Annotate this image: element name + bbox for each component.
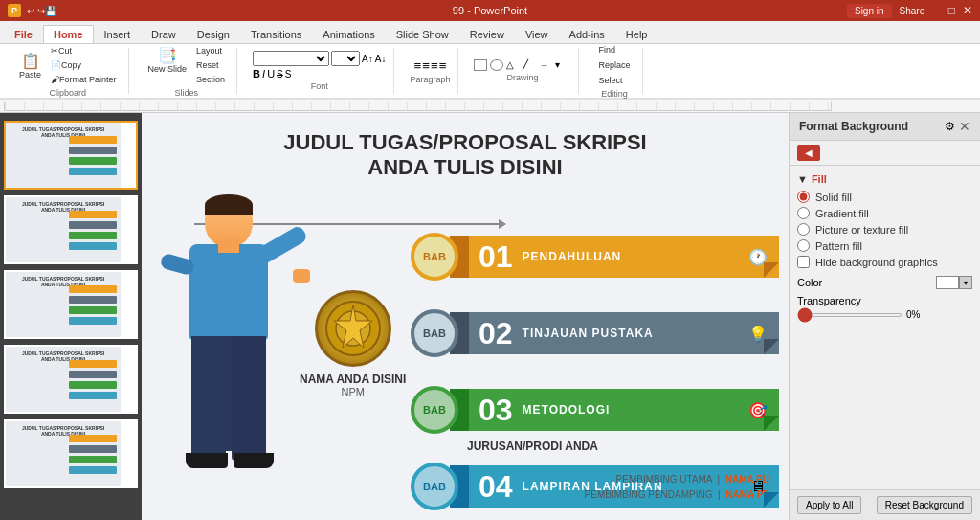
shape-more[interactable]: ▾ bbox=[555, 59, 570, 71]
paragraph-group: ≡ ≡ ≡ ≡ Paragraph bbox=[402, 48, 458, 94]
thumb-bab2 bbox=[69, 147, 117, 154]
shape-arrow[interactable]: → bbox=[539, 59, 554, 71]
underline-button[interactable]: U bbox=[267, 68, 275, 79]
tab-animations[interactable]: Animations bbox=[312, 25, 385, 43]
font-family-select[interactable] bbox=[253, 51, 329, 66]
tab-home[interactable]: Home bbox=[43, 25, 94, 43]
tab-file[interactable]: File bbox=[4, 25, 43, 43]
bold-button[interactable]: B bbox=[253, 68, 260, 79]
fp-settings-icon[interactable]: ⚙ bbox=[945, 120, 955, 133]
tab-design[interactable]: Design bbox=[187, 25, 240, 43]
reset-background-button[interactable]: Reset Background bbox=[877, 496, 972, 514]
tab-review[interactable]: Review bbox=[459, 25, 515, 43]
fill-section-header[interactable]: ▼ Fill bbox=[797, 173, 972, 185]
slide-thumb-2[interactable]: 2 JUDUL TUGAS/PROPOSAL SKRIPSIANDA TULIS… bbox=[4, 195, 138, 264]
shadow-button[interactable]: S bbox=[285, 68, 292, 79]
fill-section: ▼ Fill Solid fill Gradient fill Picture … bbox=[797, 173, 972, 320]
pembimbing-area: PEMBIMBING UTAMA | NAMA PU PEMBIMBING PE… bbox=[585, 472, 769, 503]
slide-panel: 1 JUDUL TUGAS/PROPOSAL SKRIPSIANDA TULIS… bbox=[0, 113, 142, 520]
ribbon-content: 📋Paste ✂Cut 📄Copy 🖌Format Painter Clipbo… bbox=[0, 44, 980, 100]
slide-thumb-3[interactable]: 3 JUDUL TUGAS/PROPOSAL SKRIPSIANDA TULIS… bbox=[4, 270, 138, 339]
replace-button[interactable]: Replace bbox=[594, 58, 634, 72]
bab-01-label: PENDAHULUAN bbox=[523, 250, 737, 263]
bab-item-03[interactable]: BAB 03 METODOLOGI 🎯 bbox=[434, 389, 779, 431]
align-left-button[interactable]: ≡ bbox=[413, 58, 421, 73]
fp-back-button[interactable]: ◀ bbox=[797, 145, 820, 161]
new-slide-button[interactable]: 📑New Slide bbox=[145, 44, 191, 86]
picture-texture-option[interactable]: Picture or texture fill bbox=[797, 223, 972, 236]
align-center-button[interactable]: ≡ bbox=[422, 58, 430, 73]
reset-button[interactable]: Reset bbox=[192, 58, 229, 72]
tab-draw[interactable]: Draw bbox=[141, 25, 187, 43]
tab-slideshow[interactable]: Slide Show bbox=[386, 25, 459, 43]
layout-button[interactable]: Layout bbox=[192, 44, 229, 57]
app-icon: P bbox=[8, 4, 21, 17]
slide-thumb-5[interactable]: 5 JUDUL TUGAS/PROPOSAL SKRIPSIANDA TULIS… bbox=[4, 419, 138, 488]
hide-bg-label: Hide background graphics bbox=[815, 257, 938, 268]
minimize-btn[interactable]: ─ bbox=[932, 4, 941, 17]
solid-fill-option[interactable]: Solid fill bbox=[797, 191, 972, 203]
thumb-bab3 bbox=[69, 157, 117, 165]
font-size-select[interactable] bbox=[331, 51, 360, 66]
bab-item-02[interactable]: BAB 02 TINJAUAN PUSTAKA 💡 bbox=[434, 312, 779, 354]
gradient-fill-option[interactable]: Gradient fill bbox=[797, 207, 972, 219]
align-right-button[interactable]: ≡ bbox=[431, 58, 438, 73]
logo-area: NAMA ANDA DISINI NPM bbox=[300, 290, 406, 397]
clipboard-group: 📋Paste ✂Cut 📄Copy 🖌Format Painter Clipbo… bbox=[8, 48, 129, 94]
justify-button[interactable]: ≡ bbox=[439, 58, 447, 73]
format-painter-button[interactable]: 🖌Format Painter bbox=[47, 73, 121, 86]
color-dropdown[interactable]: ▾ bbox=[959, 276, 972, 289]
pattern-fill-radio[interactable] bbox=[797, 239, 810, 252]
picture-fill-radio[interactable] bbox=[797, 223, 810, 236]
tab-addins[interactable]: Add-ins bbox=[559, 25, 615, 43]
color-swatch[interactable] bbox=[936, 276, 959, 289]
solid-fill-radio[interactable] bbox=[797, 191, 810, 203]
shrink-font-button[interactable]: A↓ bbox=[375, 54, 387, 64]
close-btn[interactable]: ✕ bbox=[963, 4, 972, 17]
thumb-bab4-5 bbox=[69, 466, 117, 474]
find-button[interactable]: Find bbox=[594, 43, 634, 57]
gradient-fill-radio[interactable] bbox=[797, 207, 810, 219]
sign-in-button[interactable]: Sign in bbox=[847, 4, 892, 18]
thumb-bab4 bbox=[69, 168, 117, 175]
grow-font-button[interactable]: A↑ bbox=[362, 54, 373, 64]
select-button[interactable]: Select bbox=[594, 74, 634, 87]
share-button[interactable]: Share bbox=[900, 6, 925, 16]
tab-transitions[interactable]: Transitions bbox=[240, 25, 312, 43]
slides-group: 📑New Slide Layout Reset Section Slides bbox=[137, 48, 238, 94]
slide-thumb-4[interactable]: 4 JUDUL TUGAS/PROPOSAL SKRIPSIANDA TULIS… bbox=[4, 345, 138, 414]
shape-triangle[interactable]: △ bbox=[506, 59, 522, 71]
maximize-btn[interactable]: □ bbox=[948, 4, 955, 17]
fp-back-area: ◀ bbox=[790, 141, 980, 166]
copy-button[interactable]: 📄Copy bbox=[47, 58, 121, 72]
apply-to-all-button[interactable]: Apply to All bbox=[797, 496, 861, 514]
hide-bg-checkbox[interactable] bbox=[797, 256, 810, 268]
transparency-slider[interactable] bbox=[797, 313, 902, 317]
section-button[interactable]: Section bbox=[192, 73, 229, 86]
thumb-bab2-5 bbox=[69, 445, 117, 453]
cut-button[interactable]: ✂Cut bbox=[47, 44, 121, 57]
bab-item-01[interactable]: BAB 01 PENDAHULUAN 🕐 bbox=[434, 236, 779, 278]
pattern-fill-option[interactable]: Pattern fill bbox=[797, 239, 972, 252]
drawing-group: △ ╱ → ▾ Drawing bbox=[466, 48, 579, 94]
tab-view[interactable]: View bbox=[515, 25, 559, 43]
thumb-bab3-5 bbox=[69, 456, 117, 463]
hide-bg-option[interactable]: Hide background graphics bbox=[797, 256, 972, 268]
fp-close-button[interactable]: ✕ bbox=[959, 119, 970, 134]
shape-circle[interactable] bbox=[490, 59, 503, 71]
logo-npm: NPM bbox=[300, 386, 406, 397]
nama-pu: NAMA PU bbox=[725, 474, 769, 485]
tab-insert[interactable]: Insert bbox=[94, 25, 142, 43]
shape-rect[interactable] bbox=[474, 59, 487, 71]
italic-button[interactable]: I bbox=[262, 68, 265, 79]
thumb-bab1 bbox=[69, 136, 117, 144]
slide-canvas[interactable]: JUDUL TUGAS/PROPOSAL SKRIPSI ANDA TULIS … bbox=[142, 113, 789, 520]
tab-help[interactable]: Help bbox=[615, 25, 658, 43]
paste-button[interactable]: 📋Paste bbox=[15, 50, 45, 81]
strikethrough-button[interactable]: S bbox=[277, 68, 283, 79]
slide-thumb-1[interactable]: 1 JUDUL TUGAS/PROPOSAL SKRIPSIANDA TULIS… bbox=[4, 121, 138, 190]
transparency-row: Transparency 0% bbox=[797, 295, 972, 320]
shape-line[interactable]: ╱ bbox=[523, 59, 538, 71]
bab-04-num: 04 bbox=[469, 469, 523, 505]
font-group: A↑ A↓ B I U S S Font bbox=[245, 48, 394, 94]
